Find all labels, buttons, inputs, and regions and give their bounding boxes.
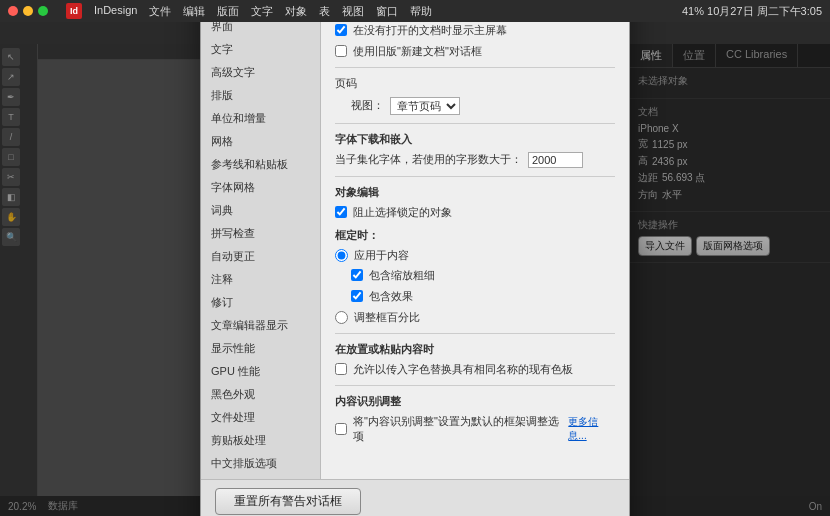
font-threshold-row: 当子集化字体，若使用的字形数大于：: [335, 152, 615, 168]
menu-edit[interactable]: 编辑: [183, 4, 205, 19]
resize-section: 框定时： 应用于内容 包含缩放粗细 包含效果: [335, 228, 615, 325]
nav-guides[interactable]: 参考线和粘贴板: [201, 153, 320, 176]
ai-title: 内容识别调整: [335, 394, 615, 409]
ai-section: 内容识别调整 将"内容识别调整"设置为默认的框架调整选项 更多信息...: [335, 394, 615, 444]
include-stroke-row: 包含缩放粗细: [335, 268, 615, 283]
lock-obj-label: 阻止选择锁定的对象: [353, 205, 452, 220]
allow-swatch-checkbox[interactable]: [335, 363, 347, 375]
adjust-pct-row: 调整框百分比: [335, 310, 615, 325]
ai-default-row: 将"内容识别调整"设置为默认的框架调整选项 更多信息...: [335, 414, 615, 444]
nav-track-changes[interactable]: 修订: [201, 291, 320, 314]
pref-homescreen-row: 在没有打开的文档时显示主屏幕: [335, 23, 615, 38]
include-effects-label: 包含效果: [369, 289, 413, 304]
menu-window[interactable]: 窗口: [376, 4, 398, 19]
preferences-dialog: 首选项 常规 界面 文字 高级文字 排版 单位和增量 网格 参考线和粘贴板 字体…: [200, 0, 630, 516]
app-logo: Id: [66, 3, 82, 19]
menu-table[interactable]: 表: [319, 4, 330, 19]
apply-content-radio[interactable]: [335, 249, 348, 262]
apply-content-label: 应用于内容: [354, 248, 409, 263]
menu-object[interactable]: 对象: [285, 4, 307, 19]
nav-spellcheck[interactable]: 拼写检查: [201, 222, 320, 245]
paste-title: 在放置或粘贴内容时: [335, 342, 615, 357]
nav-grid[interactable]: 网格: [201, 130, 320, 153]
nav-gpu-perf[interactable]: GPU 性能: [201, 360, 320, 383]
menubar: Id InDesign 文件 编辑 版面 文字 对象 表 视图 窗口 帮助 41…: [0, 0, 830, 22]
include-effects-checkbox[interactable]: [351, 290, 363, 302]
divider5: [335, 385, 615, 386]
nav-chinese-layout[interactable]: 中文排版选项: [201, 452, 320, 475]
maximize-button[interactable]: [38, 6, 48, 16]
pages-section: 页码 视图： 章节页码: [335, 76, 615, 115]
menu-file[interactable]: 文件: [149, 4, 171, 19]
apply-content-row: 应用于内容: [335, 248, 615, 263]
nav-typography[interactable]: 排版: [201, 84, 320, 107]
pref-legacy-dialog-label: 使用旧版"新建文档"对话框: [353, 44, 482, 59]
font-threshold-input[interactable]: [528, 152, 583, 168]
ai-default-label: 将"内容识别调整"设置为默认的框架调整选项: [353, 414, 562, 444]
pages-row: 页码: [335, 76, 615, 91]
include-stroke-checkbox[interactable]: [351, 269, 363, 281]
obj-edit-section: 对象编辑 阻止选择锁定的对象: [335, 185, 615, 220]
nav-clipboard[interactable]: 剪贴板处理: [201, 429, 320, 452]
menu-view[interactable]: 视图: [342, 4, 364, 19]
close-button[interactable]: [8, 6, 18, 16]
adjust-pct-radio[interactable]: [335, 311, 348, 324]
adjust-pct-label: 调整框百分比: [354, 310, 420, 325]
menu-layout[interactable]: 版面: [217, 4, 239, 19]
reset-row: 重置所有警告对话框: [215, 488, 615, 515]
more-info-link[interactable]: 更多信息...: [568, 415, 615, 443]
lock-obj-row: 阻止选择锁定的对象: [335, 205, 615, 220]
menu-items: InDesign 文件 编辑 版面 文字 对象 表 视图 窗口 帮助: [94, 4, 432, 19]
dialog-overlay: 首选项 常规 界面 文字 高级文字 排版 单位和增量 网格 参考线和粘贴板 字体…: [0, 0, 830, 516]
nav-units[interactable]: 单位和增量: [201, 107, 320, 130]
dialog-content: 常规 在没有打开的文档时显示主屏幕 使用旧版"新建文档"对话框 页码: [321, 0, 629, 479]
lock-obj-checkbox[interactable]: [335, 206, 347, 218]
dialog-nav: 常规 界面 文字 高级文字 排版 单位和增量 网格 参考线和粘贴板 字体网格 词…: [201, 0, 321, 479]
menu-app[interactable]: InDesign: [94, 4, 137, 19]
nav-notes[interactable]: 注释: [201, 268, 320, 291]
view-label: 视图：: [351, 98, 384, 113]
allow-swatch-label: 允许以传入字色替换具有相同名称的现有色板: [353, 362, 573, 377]
allow-swatch-row: 允许以传入字色替换具有相同名称的现有色板: [335, 362, 615, 377]
nav-display-perf[interactable]: 显示性能: [201, 337, 320, 360]
dialog-footer: 重置所有警告对话框: [201, 479, 629, 517]
nav-advanced-text[interactable]: 高级文字: [201, 61, 320, 84]
nav-story-editor[interactable]: 文章编辑器显示: [201, 314, 320, 337]
nav-autocorrect[interactable]: 自动更正: [201, 245, 320, 268]
nav-font-grid[interactable]: 字体网格: [201, 176, 320, 199]
divider2: [335, 123, 615, 124]
menu-text[interactable]: 文字: [251, 4, 273, 19]
ai-default-checkbox[interactable]: [335, 423, 347, 435]
dialog-body: 常规 界面 文字 高级文字 排版 单位和增量 网格 参考线和粘贴板 字体网格 词…: [201, 0, 629, 479]
paste-section: 在放置或粘贴内容时 允许以传入字色替换具有相同名称的现有色板: [335, 342, 615, 377]
menu-help[interactable]: 帮助: [410, 4, 432, 19]
font-section-title: 字体下载和嵌入: [335, 132, 615, 147]
include-stroke-label: 包含缩放粗细: [369, 268, 435, 283]
nav-black-appear[interactable]: 黑色外观: [201, 383, 320, 406]
nav-dictionary[interactable]: 词典: [201, 199, 320, 222]
pages-label: 页码: [335, 76, 357, 91]
font-section: 字体下载和嵌入 当子集化字体，若使用的字形数大于：: [335, 132, 615, 168]
include-effects-row: 包含效果: [335, 289, 615, 304]
menubar-right: 41% 10月27日 周二下午3:05: [682, 4, 822, 19]
pref-homescreen-checkbox[interactable]: [335, 24, 347, 36]
view-row: 视图： 章节页码: [335, 97, 615, 115]
reset-warnings-button[interactable]: 重置所有警告对话框: [215, 488, 361, 515]
divider4: [335, 333, 615, 334]
divider1: [335, 67, 615, 68]
divider3: [335, 176, 615, 177]
resize-title: 框定时：: [335, 228, 615, 243]
minimize-button[interactable]: [23, 6, 33, 16]
obj-edit-title: 对象编辑: [335, 185, 615, 200]
datetime-display: 41% 10月27日 周二下午3:05: [682, 4, 822, 19]
pref-legacy-dialog-row: 使用旧版"新建文档"对话框: [335, 44, 615, 59]
view-select[interactable]: 章节页码: [390, 97, 460, 115]
pref-legacy-dialog-checkbox[interactable]: [335, 45, 347, 57]
font-threshold-label: 当子集化字体，若使用的字形数大于：: [335, 152, 522, 167]
nav-text[interactable]: 文字: [201, 38, 320, 61]
nav-file-handling[interactable]: 文件处理: [201, 406, 320, 429]
traffic-lights: [8, 6, 48, 16]
pref-homescreen-label: 在没有打开的文档时显示主屏幕: [353, 23, 507, 38]
